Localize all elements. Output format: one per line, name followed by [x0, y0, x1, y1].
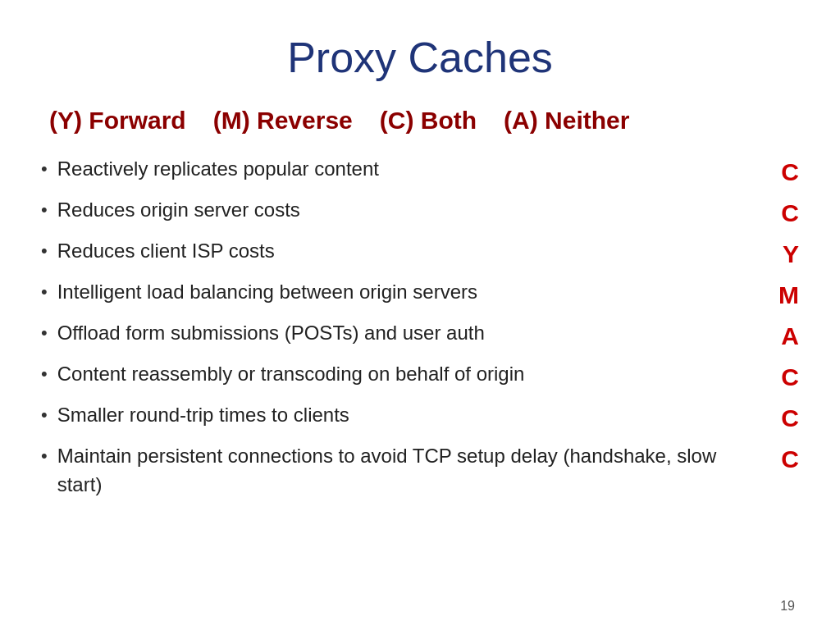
- slide-title: Proxy Caches: [41, 25, 799, 90]
- subtitle-forward: (Y) Forward: [49, 107, 186, 135]
- bullet-dot: •: [41, 403, 48, 428]
- bullet-answer: C: [774, 360, 799, 395]
- list-item: • Offload form submissions (POSTs) and u…: [41, 319, 799, 354]
- bullet-answer: C: [774, 155, 799, 189]
- bullet-text: Maintain persistent connections to avoid…: [57, 442, 762, 500]
- bullet-dot: •: [41, 280, 48, 305]
- list-item: • Smaller round-trip times to clients C: [41, 401, 799, 436]
- bullet-text: Reduces origin server costs: [57, 196, 762, 225]
- subtitle-row: (Y) Forward (M) Reverse (C) Both (A) Nei…: [41, 107, 799, 135]
- bullet-dot: •: [41, 321, 48, 346]
- list-item: • Reduces client ISP costs Y: [41, 237, 799, 272]
- subtitle-neither: (A) Neither: [483, 107, 629, 135]
- bullet-text: Offload form submissions (POSTs) and use…: [57, 319, 762, 348]
- bullet-answer: C: [774, 442, 799, 477]
- bullet-dot: •: [41, 198, 48, 223]
- bullet-dot: •: [41, 362, 48, 387]
- subtitle-both: (C) Both: [359, 107, 477, 135]
- bullet-answer: M: [774, 278, 799, 313]
- list-item: • Content reassembly or transcoding on b…: [41, 360, 799, 395]
- bullet-text: Smaller round-trip times to clients: [57, 401, 762, 430]
- bullet-text: Reduces client ISP costs: [57, 237, 762, 266]
- bullet-list: • Reactively replicates popular content …: [41, 155, 799, 506]
- list-item: • Intelligent load balancing between ori…: [41, 278, 799, 313]
- bullet-dot: •: [41, 444, 48, 469]
- slide: Proxy Caches (Y) Forward (M) Reverse (C)…: [0, 0, 840, 630]
- bullet-answer: Y: [774, 237, 799, 272]
- bullet-answer: C: [774, 196, 799, 231]
- list-item: • Reactively replicates popular content …: [41, 155, 799, 189]
- subtitle-reverse: (M) Reverse: [193, 107, 353, 135]
- bullet-dot: •: [41, 157, 48, 182]
- bullet-text: Reactively replicates popular content: [57, 155, 762, 184]
- bullet-answer: C: [774, 401, 799, 436]
- list-item: • Maintain persistent connections to avo…: [41, 442, 799, 500]
- bullet-text: Content reassembly or transcoding on beh…: [57, 360, 762, 389]
- content-area: • Reactively replicates popular content …: [41, 155, 799, 597]
- bullet-text: Intelligent load balancing between origi…: [57, 278, 762, 307]
- slide-number: 19: [780, 599, 795, 614]
- bullet-answer: A: [774, 319, 799, 354]
- bullet-dot: •: [41, 239, 48, 264]
- list-item: • Reduces origin server costs C: [41, 196, 799, 231]
